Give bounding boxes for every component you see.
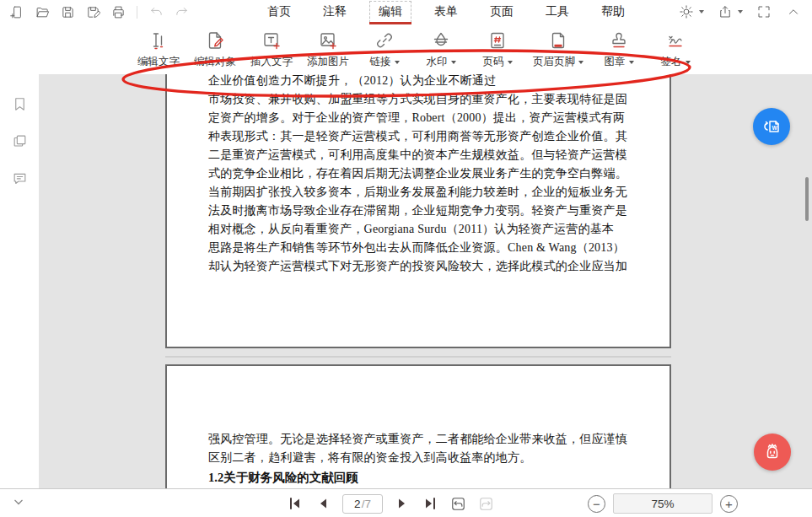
first-page-icon: [288, 497, 302, 510]
document-text-line: 定资产的增多。对于企业的资产管理，Robert（2000）提出，资产运营模式有两: [208, 109, 634, 127]
redo-icon: [175, 5, 189, 19]
menu-home[interactable]: 首页: [258, 1, 300, 23]
page-number-input[interactable]: 2 /7: [342, 494, 383, 514]
total-pages: /7: [362, 498, 371, 510]
theme-dropdown-caret[interactable]: [699, 10, 704, 13]
theme-button[interactable]: [678, 3, 695, 20]
zoom-out-button[interactable]: −: [588, 495, 605, 513]
chevron-up-icon: [786, 4, 801, 19]
page2-text: 强风控管理。无论是选择轻资产或重资产，二者都能给企业带来收益，但应谨慎 区别二者…: [208, 430, 634, 488]
quick-access-toolbar: [8, 3, 190, 20]
previous-view-button[interactable]: [449, 495, 466, 512]
toolbar-divider: [137, 6, 137, 19]
undo-button[interactable]: [148, 3, 164, 20]
dropdown-caret-icon: [451, 61, 456, 64]
vertical-scrollbar-thumb[interactable]: [805, 177, 809, 221]
pdf-editor-window: 首页 注释 编辑 表单 页面 工具 帮助: [0, 0, 812, 517]
tool-stamp[interactable]: 图章: [598, 30, 640, 69]
save-as-button[interactable]: [84, 3, 101, 20]
fullscreen-button[interactable]: [756, 3, 772, 20]
document-text-line: 市场投资、兼并收购、加盟重组等方式实现自身的重资产化，主要表现特征是固: [208, 90, 634, 109]
menu-help[interactable]: 帮助: [592, 1, 634, 23]
document-text-line: 种表现形式：其一是轻资产运营模式，可利用商誉等无形资产创造企业价值。其: [208, 127, 634, 146]
edit-tools-toolbar: 编辑文字 编辑对象 插入文字 添加图片: [0, 24, 812, 74]
next-page-button[interactable]: [394, 495, 411, 512]
collapse-statusbar-button[interactable]: [10, 493, 27, 514]
menu-edit[interactable]: 编辑: [369, 1, 411, 23]
collapse-toolbar-button[interactable]: [785, 3, 802, 20]
first-page-button[interactable]: [287, 495, 304, 512]
previous-view-icon: [450, 496, 466, 512]
statusbar: 2 /7 − 75% +: [0, 488, 812, 517]
chevron-down-icon: [10, 493, 27, 510]
dropdown-caret-icon: [629, 61, 634, 64]
document-canvas[interactable]: 企业价值创造力不断提升，（2012）认为企业不断通过 市场投资、兼并收购、加盟重…: [39, 74, 812, 488]
document-text-line: 当前期因扩张投入较多资本，后期业务发展盈利能力较差时，企业的短板业务无: [208, 183, 634, 202]
pdf-to-word-icon: W: [760, 115, 783, 138]
share-dropdown-caret[interactable]: [738, 10, 743, 13]
tool-insert-text[interactable]: 插入文字: [250, 30, 293, 69]
header-footer-icon: [548, 30, 568, 51]
menu-comment[interactable]: 注释: [314, 1, 356, 23]
last-page-button[interactable]: [422, 495, 438, 512]
open-file-button[interactable]: [34, 3, 51, 20]
zoom-level-display[interactable]: 75%: [613, 493, 713, 514]
tool-add-image[interactable]: 添加图片: [307, 30, 349, 69]
menu-tools[interactable]: 工具: [536, 1, 578, 23]
thumbnails-panel-button[interactable]: [10, 132, 29, 150]
theme-sun-icon: [679, 4, 694, 19]
page-number-icon: [487, 30, 508, 51]
last-page-icon: [423, 497, 437, 510]
current-page: 2: [354, 498, 361, 510]
document-text-line: 强风控管理。无论是选择轻资产或重资产，二者都能给企业带来收益，但应谨慎: [208, 430, 634, 449]
fullscreen-icon: [756, 4, 772, 19]
tool-label: 链接: [370, 55, 391, 69]
tool-edit-object[interactable]: 编辑对象: [194, 30, 236, 69]
zoom-in-button[interactable]: +: [720, 495, 738, 513]
share-button[interactable]: [717, 3, 734, 20]
assistant-robot-button[interactable]: [754, 434, 791, 471]
save-icon: [61, 5, 75, 19]
print-button[interactable]: [110, 3, 126, 20]
dropdown-caret-icon: [578, 61, 583, 64]
bookmark-icon: [12, 96, 28, 112]
convert-to-word-button[interactable]: W: [753, 108, 790, 145]
tool-header-footer[interactable]: 页眉页脚: [533, 30, 583, 69]
new-file-button[interactable]: [8, 3, 25, 20]
document-text-line: 却认为轻资产运营模式下对无形资产的投资风险较大，选择此模式的企业应当加: [208, 257, 634, 276]
pdf-page-1: 企业价值创造力不断提升，（2012）认为企业不断通过 市场投资、兼并收购、加盟重…: [165, 74, 671, 348]
tool-label: 水印: [427, 55, 448, 69]
redo-button[interactable]: [173, 3, 190, 20]
next-view-button[interactable]: [477, 495, 494, 512]
zoom-controls: − 75% +: [588, 489, 738, 517]
page-navigation: 2 /7: [287, 489, 494, 517]
menu-form[interactable]: 表单: [425, 1, 467, 23]
tool-label: 编辑对象: [194, 55, 236, 69]
tool-label: 编辑文字: [137, 55, 180, 69]
tool-edit-text[interactable]: 编辑文字: [137, 30, 180, 69]
tool-watermark[interactable]: 水印: [420, 30, 462, 69]
page-separator: [165, 356, 671, 358]
save-button[interactable]: [59, 3, 76, 20]
tool-label: 添加图片: [307, 55, 349, 69]
tool-label: 插入文字: [250, 55, 293, 69]
dropdown-caret-icon: [508, 61, 513, 64]
stamp-icon: [609, 30, 629, 51]
add-image-icon: [318, 30, 338, 51]
watermark-icon: [431, 30, 451, 51]
pdf-page-2: 强风控管理。无论是选择轻资产或重资产，二者都能给企业带来收益，但应谨慎 区别二者…: [165, 364, 671, 488]
tool-signature[interactable]: 签名: [654, 30, 696, 69]
print-icon: [111, 5, 126, 19]
share-icon: [718, 4, 733, 19]
tool-page-number[interactable]: 页码: [476, 30, 519, 69]
menu-page[interactable]: 页面: [481, 1, 523, 23]
document-text-line: 区别二者，趋利避害，将有限的资金投入到高收益率的地方。: [208, 449, 634, 467]
previous-page-button[interactable]: [315, 495, 331, 512]
tool-link[interactable]: 链接: [363, 30, 406, 69]
robot-crown-icon: [761, 440, 784, 464]
bookmarks-panel-button[interactable]: [10, 94, 29, 113]
dropdown-caret-icon: [686, 61, 691, 64]
document-text-line-partial: 企业价值创造力不断提升，（2012）认为企业不断通过: [208, 74, 634, 90]
comments-panel-button[interactable]: [10, 169, 29, 187]
tool-label: 图章: [605, 55, 626, 69]
